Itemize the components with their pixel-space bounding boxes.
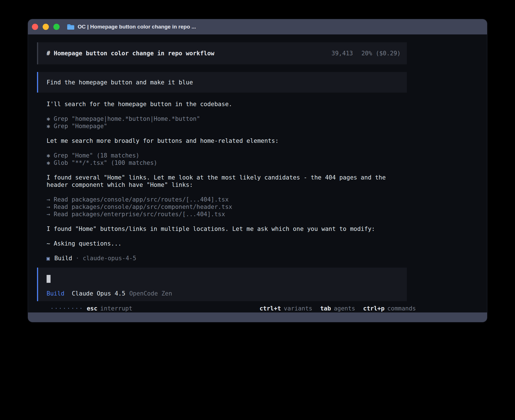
user-message: Find the homepage button and make it blu… <box>37 72 407 93</box>
statusbar-left: ········ esc interrupt <box>46 305 132 312</box>
assistant-text: I'll search for the homepage button in t… <box>47 100 407 108</box>
tool-call-grep: ✱ Grep "Homepage" <box>47 123 407 130</box>
tool-call-group: ✱ Grep "Home" (18 matches) ✱ Glob "**/*.… <box>47 152 407 167</box>
zoom-button[interactable] <box>53 24 60 30</box>
context-cost: 20% ($0.29) <box>361 50 401 57</box>
assistant-text: Let me search more broadly for buttons a… <box>47 137 407 145</box>
window-bottom-chrome <box>28 312 487 322</box>
working-status: ~ Asking questions... <box>47 240 407 247</box>
input-footer: BuildClaude Opus 4.5OpenCode Zen <box>47 290 172 297</box>
tool-call-glob: ✱ Glob "**/*.tsx" (100 matches) <box>47 159 407 167</box>
shortcut-agents: tab agents <box>320 305 355 312</box>
session-stats: 39,413 20% ($0.29) <box>331 50 401 57</box>
shortcut-commands: ctrl+p commands <box>363 305 416 312</box>
tool-call-group: ✱ Grep "homepage|home.*button|Home.*butt… <box>47 115 407 130</box>
text-cursor <box>47 275 51 283</box>
tool-call-read: → Read packages/console/app/src/componen… <box>47 203 407 211</box>
esc-key-hint: esc <box>87 305 97 312</box>
tool-call-read: → Read packages/enterprise/src/routes/[.… <box>47 211 407 218</box>
session-header: # Homepage button color change in repo w… <box>37 42 407 64</box>
window-title: OC | Homepage button color change in rep… <box>78 24 196 30</box>
provider-label: OpenCode Zen <box>129 290 172 297</box>
assistant-text: I found "Home" buttons/links in multiple… <box>47 225 407 233</box>
titlebar[interactable]: OC | Homepage button color change in rep… <box>28 19 487 34</box>
agent-square-icon: ▣ <box>47 255 50 262</box>
agent-model: · claude-opus-4-5 <box>76 255 136 262</box>
esc-key-label: interrupt <box>100 305 132 312</box>
minimize-button[interactable] <box>43 24 49 30</box>
agent-badge: ▣ Build · claude-opus-4-5 <box>47 255 407 262</box>
prompt-input[interactable]: BuildClaude Opus 4.5OpenCode Zen <box>37 268 407 301</box>
tool-call-read: → Read packages/console/app/src/routes/[… <box>47 196 407 203</box>
session-title: # Homepage button color change in repo w… <box>47 50 214 57</box>
close-button[interactable] <box>32 24 38 30</box>
terminal-window: OC | Homepage button color change in rep… <box>28 19 487 322</box>
agent-name: Build <box>54 255 72 262</box>
tool-call-grep: ✱ Grep "homepage|home.*button|Home.*butt… <box>47 115 407 123</box>
traffic-lights <box>32 24 60 30</box>
folder-icon <box>67 24 75 30</box>
conversation: I'll search for the homepage button in t… <box>47 100 407 262</box>
statusbar-right: ctrl+t variants tab agents ctrl+p comman… <box>259 305 416 312</box>
mode-label: Build <box>47 290 64 297</box>
tool-call-grep: ✱ Grep "Home" (18 matches) <box>47 152 407 159</box>
tool-call-group: → Read packages/console/app/src/routes/[… <box>47 196 407 218</box>
model-label: Claude Opus 4.5 <box>72 290 125 297</box>
status-bar: ········ esc interrupt ctrl+t variants t… <box>46 305 416 312</box>
shortcut-variants: ctrl+t variants <box>259 305 312 312</box>
spinner-dots-icon: ········ <box>50 305 83 312</box>
assistant-text: I found several "Home" links. Let me loo… <box>47 174 407 189</box>
user-message-text: Find the homepage button and make it blu… <box>47 79 193 86</box>
terminal-content: # Homepage button color change in repo w… <box>28 34 487 312</box>
token-count: 39,413 <box>331 50 353 57</box>
